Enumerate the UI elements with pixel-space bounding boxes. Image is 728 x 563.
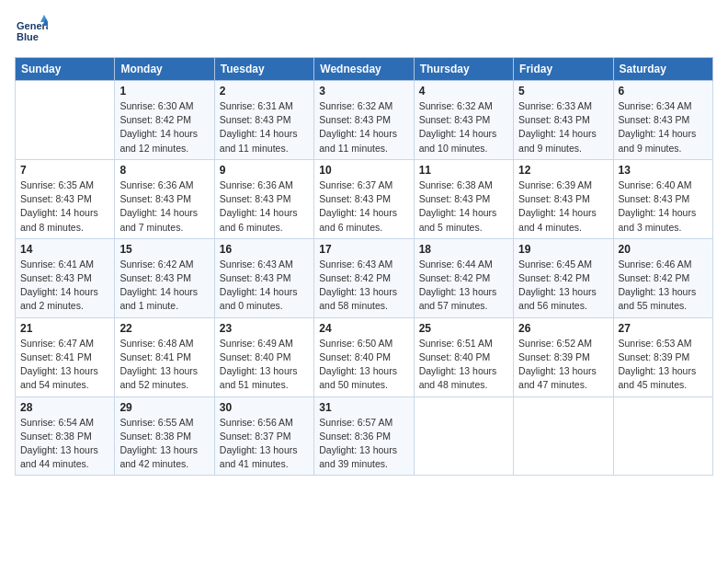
day-info: Sunrise: 6:56 AM Sunset: 8:37 PM Dayligh… [220,416,309,472]
week-row-3: 14Sunrise: 6:41 AM Sunset: 8:43 PM Dayli… [16,238,713,317]
day-number: 21 [20,322,109,335]
day-cell: 25Sunrise: 6:51 AM Sunset: 8:40 PM Dayli… [414,317,513,396]
header-thursday: Thursday [414,58,513,81]
day-info: Sunrise: 6:38 AM Sunset: 8:43 PM Dayligh… [419,178,508,235]
day-number: 12 [518,164,608,177]
day-info: Sunrise: 6:36 AM Sunset: 8:43 PM Dayligh… [119,178,209,235]
day-number: 16 [220,243,309,256]
day-cell: 14Sunrise: 6:41 AM Sunset: 8:43 PM Dayli… [16,238,115,317]
header-row: SundayMondayTuesdayWednesdayThursdayFrid… [16,58,713,81]
svg-text:Blue: Blue [17,31,39,42]
day-cell: 28Sunrise: 6:54 AM Sunset: 8:38 PM Dayli… [16,396,115,476]
day-number: 9 [220,164,309,177]
day-cell: 2Sunrise: 6:31 AM Sunset: 8:43 PM Daylig… [214,81,313,160]
day-number: 17 [319,243,408,256]
day-cell: 8Sunrise: 6:36 AM Sunset: 8:43 PM Daylig… [115,159,214,238]
day-cell: 16Sunrise: 6:43 AM Sunset: 8:43 PM Dayli… [214,238,313,317]
header-sunday: Sunday [16,58,115,81]
day-cell: 5Sunrise: 6:33 AM Sunset: 8:43 PM Daylig… [514,81,613,160]
day-number: 31 [319,401,408,414]
day-number: 14 [20,243,109,256]
week-row-4: 21Sunrise: 6:47 AM Sunset: 8:41 PM Dayli… [16,317,713,396]
header-tuesday: Tuesday [214,58,313,81]
day-number: 15 [119,243,209,256]
day-info: Sunrise: 6:54 AM Sunset: 8:38 PM Dayligh… [20,416,109,472]
day-info: Sunrise: 6:32 AM Sunset: 8:43 PM Dayligh… [319,99,408,155]
week-row-2: 7Sunrise: 6:35 AM Sunset: 8:43 PM Daylig… [16,159,713,238]
logo-icon: General Blue [15,15,48,48]
day-cell: 21Sunrise: 6:47 AM Sunset: 8:41 PM Dayli… [16,317,115,396]
day-cell: 17Sunrise: 6:43 AM Sunset: 8:42 PM Dayli… [314,238,414,317]
day-info: Sunrise: 6:32 AM Sunset: 8:43 PM Dayligh… [419,99,508,155]
day-number: 3 [319,85,408,98]
day-cell: 19Sunrise: 6:45 AM Sunset: 8:42 PM Dayli… [514,238,613,317]
day-number: 13 [619,164,708,177]
day-info: Sunrise: 6:42 AM Sunset: 8:43 PM Dayligh… [119,258,209,314]
day-cell: 13Sunrise: 6:40 AM Sunset: 8:43 PM Dayli… [613,159,712,238]
day-cell: 7Sunrise: 6:35 AM Sunset: 8:43 PM Daylig… [16,159,115,238]
day-number: 29 [119,401,209,414]
day-cell: 27Sunrise: 6:53 AM Sunset: 8:39 PM Dayli… [613,317,712,396]
logo: General Blue [15,15,51,48]
day-number: 22 [119,322,209,335]
day-info: Sunrise: 6:37 AM Sunset: 8:43 PM Dayligh… [319,178,408,235]
day-cell: 11Sunrise: 6:38 AM Sunset: 8:43 PM Dayli… [414,159,513,238]
day-cell: 20Sunrise: 6:46 AM Sunset: 8:42 PM Dayli… [613,238,712,317]
day-number: 23 [220,322,309,335]
day-info: Sunrise: 6:31 AM Sunset: 8:43 PM Dayligh… [220,99,309,155]
day-number: 10 [319,164,408,177]
day-info: Sunrise: 6:39 AM Sunset: 8:43 PM Dayligh… [518,178,608,235]
day-info: Sunrise: 6:51 AM Sunset: 8:40 PM Dayligh… [419,337,508,393]
day-cell: 30Sunrise: 6:56 AM Sunset: 8:37 PM Dayli… [214,396,313,476]
day-number: 30 [220,401,309,414]
day-info: Sunrise: 6:41 AM Sunset: 8:43 PM Dayligh… [20,258,109,314]
day-number: 24 [319,322,408,335]
day-cell: 10Sunrise: 6:37 AM Sunset: 8:43 PM Dayli… [314,159,414,238]
header-friday: Friday [514,58,613,81]
day-info: Sunrise: 6:36 AM Sunset: 8:43 PM Dayligh… [220,178,309,235]
day-info: Sunrise: 6:55 AM Sunset: 8:38 PM Dayligh… [119,416,209,472]
day-cell: 12Sunrise: 6:39 AM Sunset: 8:43 PM Dayli… [514,159,613,238]
day-cell [613,396,712,476]
day-cell [514,396,613,476]
week-row-5: 28Sunrise: 6:54 AM Sunset: 8:38 PM Dayli… [16,396,713,476]
day-info: Sunrise: 6:43 AM Sunset: 8:42 PM Dayligh… [319,258,408,314]
day-number: 18 [419,243,508,256]
day-cell: 31Sunrise: 6:57 AM Sunset: 8:36 PM Dayli… [314,396,414,476]
day-cell [16,81,115,160]
day-info: Sunrise: 6:49 AM Sunset: 8:40 PM Dayligh… [220,337,309,393]
day-cell: 6Sunrise: 6:34 AM Sunset: 8:43 PM Daylig… [613,81,712,160]
day-cell: 9Sunrise: 6:36 AM Sunset: 8:43 PM Daylig… [214,159,313,238]
day-info: Sunrise: 6:46 AM Sunset: 8:42 PM Dayligh… [619,258,708,314]
day-info: Sunrise: 6:48 AM Sunset: 8:41 PM Dayligh… [119,337,209,393]
page-header: General Blue [15,15,713,48]
day-cell: 15Sunrise: 6:42 AM Sunset: 8:43 PM Dayli… [115,238,214,317]
day-info: Sunrise: 6:53 AM Sunset: 8:39 PM Dayligh… [619,337,708,393]
day-number: 25 [419,322,508,335]
header-monday: Monday [115,58,214,81]
day-info: Sunrise: 6:43 AM Sunset: 8:43 PM Dayligh… [220,258,309,314]
header-wednesday: Wednesday [314,58,414,81]
day-info: Sunrise: 6:47 AM Sunset: 8:41 PM Dayligh… [20,337,109,393]
day-number: 11 [419,164,508,177]
calendar-table: SundayMondayTuesdayWednesdayThursdayFrid… [15,57,713,476]
day-info: Sunrise: 6:57 AM Sunset: 8:36 PM Dayligh… [319,416,408,472]
day-number: 19 [518,243,608,256]
day-cell: 3Sunrise: 6:32 AM Sunset: 8:43 PM Daylig… [314,81,414,160]
day-cell: 22Sunrise: 6:48 AM Sunset: 8:41 PM Dayli… [115,317,214,396]
day-number: 2 [220,85,309,98]
day-info: Sunrise: 6:45 AM Sunset: 8:42 PM Dayligh… [518,258,608,314]
day-number: 26 [518,322,608,335]
day-info: Sunrise: 6:33 AM Sunset: 8:43 PM Dayligh… [518,99,608,155]
day-info: Sunrise: 6:40 AM Sunset: 8:43 PM Dayligh… [619,178,708,235]
day-info: Sunrise: 6:50 AM Sunset: 8:40 PM Dayligh… [319,337,408,393]
day-number: 28 [20,401,109,414]
week-row-1: 1Sunrise: 6:30 AM Sunset: 8:42 PM Daylig… [16,81,713,160]
day-number: 7 [20,164,109,177]
day-cell: 4Sunrise: 6:32 AM Sunset: 8:43 PM Daylig… [414,81,513,160]
day-cell: 23Sunrise: 6:49 AM Sunset: 8:40 PM Dayli… [214,317,313,396]
day-number: 4 [419,85,508,98]
day-number: 20 [619,243,708,256]
day-cell [414,396,513,476]
day-cell: 18Sunrise: 6:44 AM Sunset: 8:42 PM Dayli… [414,238,513,317]
